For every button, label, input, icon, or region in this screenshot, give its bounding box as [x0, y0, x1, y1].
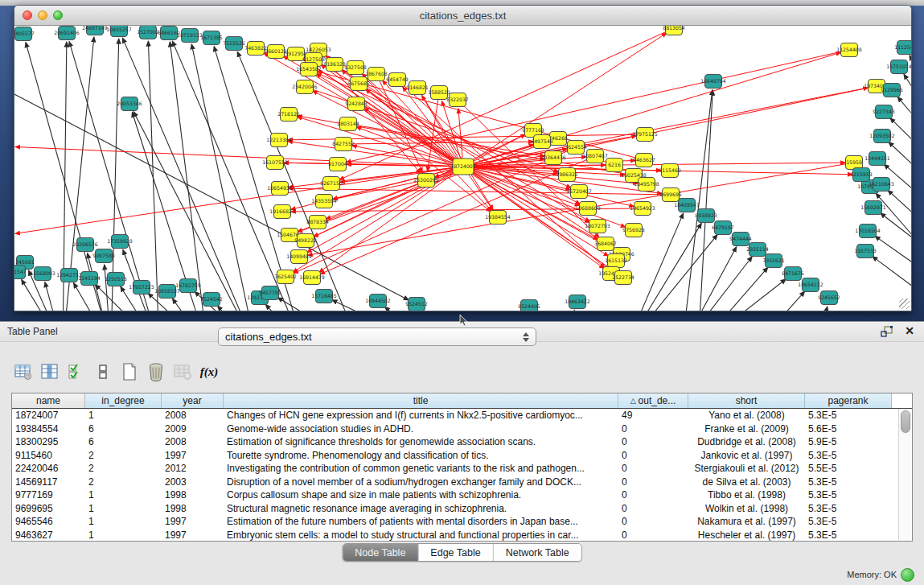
table-cell: 9463627	[12, 529, 85, 541]
table-row[interactable]: 2242004622012Investigating the contribut…	[12, 462, 912, 476]
node-label: 8471676	[782, 270, 804, 276]
network-edge	[122, 38, 256, 311]
table-cell: 0	[618, 476, 688, 488]
node-label: 1527002	[137, 29, 159, 35]
resize-grip[interactable]	[899, 299, 910, 309]
node-label: 7524542	[200, 296, 223, 302]
node-label: 9227343	[873, 109, 895, 114]
table-cell: Jankovic et al. (1997)	[688, 450, 805, 461]
tab-network-table[interactable]: Network Table	[494, 544, 581, 561]
table-row[interactable]: 1872400712008Changes of HCN gene express…	[12, 409, 912, 422]
table-toolbar: f(x)	[11, 357, 224, 386]
node-label: 10958107	[154, 288, 180, 294]
tab-edge-table[interactable]: Edge Table	[418, 544, 493, 561]
table-cell: 1	[85, 410, 162, 421]
column-header-title[interactable]: title	[224, 393, 618, 408]
node-label: 10654112	[798, 282, 823, 287]
window-titlebar[interactable]: citations_edges.txt	[14, 6, 911, 26]
table-row[interactable]: 946554611997Estimation of the future num…	[12, 515, 912, 529]
node-label: 10688609	[575, 205, 601, 211]
column-header-short[interactable]: short	[688, 393, 805, 408]
node-label: 25300295	[413, 177, 439, 183]
node-label: 15720407	[566, 188, 592, 194]
row-display-button[interactable]	[91, 360, 115, 384]
node-label: 9498222	[294, 237, 317, 243]
table-row[interactable]: 1830029562008Estimation of significance …	[12, 435, 912, 449]
zoom-window-button[interactable]	[53, 10, 63, 20]
float-panel-icon[interactable]	[881, 326, 893, 337]
delete-table-icon	[173, 362, 192, 381]
table-cell: 2	[85, 450, 162, 461]
node-label: 917004	[328, 161, 347, 167]
node-label: 24697149	[82, 26, 108, 31]
trash-icon	[147, 362, 165, 381]
column-header-name[interactable]: name	[12, 393, 85, 408]
network-edge	[754, 291, 805, 311]
column-header-out-de-[interactable]: △out_de...	[618, 393, 688, 408]
table-selector[interactable]: citations_edges.txt	[218, 328, 536, 346]
node-label: 7932621	[762, 257, 785, 263]
mouse-cursor	[459, 315, 469, 328]
node-label: 17957223	[129, 284, 154, 290]
table-cell: Disruption of a novel member of a sodium…	[224, 476, 618, 488]
table-cell: 9777169	[12, 489, 85, 501]
memory-status-indicator[interactable]	[901, 568, 914, 582]
table-cell: 14569117	[12, 476, 85, 488]
node-label: 9245652	[818, 295, 840, 300]
table-options-button[interactable]	[11, 360, 35, 384]
node-label: 12093582	[869, 133, 895, 138]
node-label: 1615132	[605, 257, 627, 263]
node-label: 18724007	[450, 163, 476, 169]
delete-table-button[interactable]	[170, 360, 195, 384]
node-label: 10654935	[267, 185, 293, 191]
close-window-button[interactable]	[23, 10, 32, 20]
node-label: 3684067	[594, 241, 617, 246]
table-cell: 1998	[162, 503, 224, 514]
tab-node-table[interactable]: Node Table	[343, 544, 418, 561]
vertical-scrollbar[interactable]	[898, 409, 911, 540]
node-label: 2405577	[14, 31, 35, 36]
table-cell: Hescheler et al. (1997)	[688, 529, 805, 541]
new-column-button[interactable]	[117, 360, 142, 384]
network-edge	[45, 282, 63, 311]
column-header-year[interactable]: year	[162, 393, 224, 408]
table-cell: 0	[618, 529, 688, 541]
checklist-icon	[68, 363, 85, 381]
node-label: 23420046	[292, 84, 318, 89]
column-visibility-button[interactable]	[38, 360, 62, 384]
delete-column-button[interactable]	[144, 360, 168, 384]
scrollbar-thumb[interactable]	[901, 410, 910, 433]
column-header-pagerank[interactable]: pagerank	[805, 393, 892, 408]
node-label: 8938923	[695, 212, 717, 218]
table-row[interactable]: 969969511998Structural magnetic resonanc…	[12, 502, 912, 516]
node-label: 8524405	[518, 303, 540, 309]
table-cell: 22420046	[12, 463, 85, 474]
table-row[interactable]: 911546021997Tourette syndrome. Phenomeno…	[12, 449, 912, 463]
node-label: 8813054	[663, 26, 685, 31]
network-canvas[interactable]: 2405577246971492069140610855257152700264…	[14, 26, 911, 311]
table-row[interactable]: 1938455462009Genome-wide association stu…	[12, 422, 912, 436]
table-row[interactable]: 1456911722003Disruption of a novel membe…	[12, 476, 912, 489]
network-edge	[105, 265, 111, 311]
node-label: 19654923	[630, 205, 655, 211]
node-label: 1145194	[78, 275, 101, 281]
table-row[interactable]: 946362711997Embryonic stem cells: a mode…	[12, 529, 912, 542]
table-row[interactable]: 977716911998Corpus callosum shape and si…	[12, 488, 912, 502]
node-label: 8878334	[306, 219, 329, 225]
network-edge	[876, 193, 911, 243]
table-cell: 9115460	[12, 450, 85, 461]
table-cell: Wolkin et al. (1998)	[688, 503, 805, 514]
function-builder-button[interactable]: f(x)	[197, 360, 221, 384]
minimize-window-button[interactable]	[38, 10, 47, 20]
close-panel-icon[interactable]: ✕	[905, 324, 914, 337]
node-label: 2935114	[746, 246, 769, 252]
column-header-in-degree[interactable]: in_degree	[85, 393, 162, 408]
node-label: 14353594	[311, 198, 337, 204]
table-cell: 18724007	[12, 410, 85, 421]
node-label: 20206576	[72, 241, 98, 247]
node-label: 16782759	[175, 282, 201, 288]
node-label: 10855257	[106, 27, 132, 32]
select-all-button[interactable]	[64, 360, 88, 384]
node-label: 5675685	[347, 80, 370, 86]
node-label: 16210643	[869, 181, 894, 187]
